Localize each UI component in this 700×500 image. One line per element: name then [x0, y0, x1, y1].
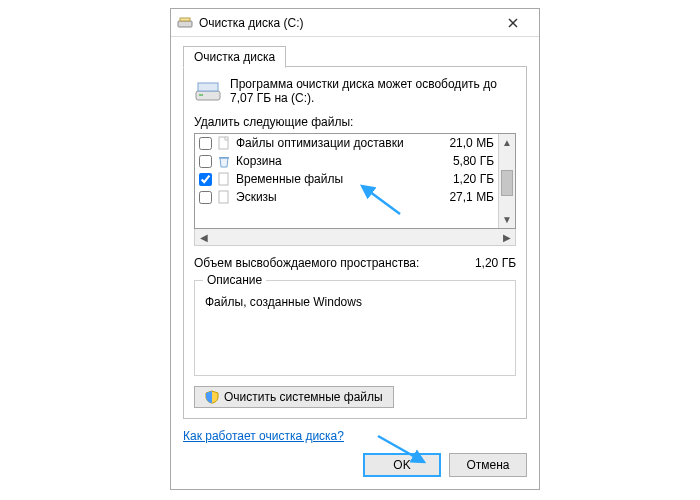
file-icon — [217, 172, 231, 186]
tab-content: Программа очистки диска может освободить… — [183, 67, 527, 419]
info-text: Программа очистки диска может освободить… — [230, 77, 516, 105]
svg-rect-9 — [219, 173, 228, 185]
scroll-left-icon[interactable]: ◀ — [195, 229, 212, 245]
file-size: 5,80 ГБ — [434, 154, 494, 168]
window-title: Очистка диска (C:) — [199, 16, 493, 30]
files-list-inner: Файлы оптимизации доставки 21,0 МБ Корзи… — [195, 134, 498, 228]
file-checkbox[interactable] — [199, 191, 212, 204]
ok-button[interactable]: OK — [363, 453, 441, 477]
svg-rect-6 — [198, 83, 218, 91]
file-icon — [217, 190, 231, 204]
freed-space-label: Объем высвобождаемого пространства: — [194, 256, 446, 270]
file-label: Файлы оптимизации доставки — [236, 136, 429, 150]
file-checkbox[interactable] — [199, 137, 212, 150]
recycle-bin-icon — [217, 154, 231, 168]
svg-rect-5 — [199, 94, 203, 96]
list-item[interactable]: Файлы оптимизации доставки 21,0 МБ — [195, 134, 498, 152]
files-listbox[interactable]: Файлы оптимизации доставки 21,0 МБ Корзи… — [194, 133, 516, 229]
description-legend: Описание — [203, 273, 266, 287]
svg-rect-8 — [219, 157, 229, 159]
close-icon — [508, 18, 518, 28]
scroll-up-icon[interactable]: ▲ — [499, 134, 515, 151]
titlebar: Очистка диска (C:) — [171, 9, 539, 37]
files-section-label: Удалить следующие файлы: — [194, 115, 516, 129]
list-item[interactable]: Корзина 5,80 ГБ — [195, 152, 498, 170]
tab-cleanup[interactable]: Очистка диска — [183, 46, 286, 68]
disk-cleanup-icon — [177, 15, 193, 31]
svg-rect-7 — [219, 137, 228, 149]
description-groupbox: Описание Файлы, созданные Windows — [194, 280, 516, 376]
file-size: 27,1 МБ — [434, 190, 494, 204]
svg-rect-1 — [180, 18, 190, 21]
info-row: Программа очистки диска может освободить… — [194, 77, 516, 105]
svg-rect-10 — [219, 191, 228, 203]
clean-system-files-label: Очистить системные файлы — [224, 390, 383, 404]
clean-system-files-button[interactable]: Очистить системные файлы — [194, 386, 394, 408]
list-item[interactable]: Эскизы 27,1 МБ — [195, 188, 498, 206]
close-button[interactable] — [493, 9, 533, 36]
scroll-down-icon[interactable]: ▼ — [499, 211, 515, 228]
help-link[interactable]: Как работает очистка диска? — [183, 429, 527, 443]
description-text: Файлы, созданные Windows — [205, 295, 505, 365]
svg-rect-0 — [178, 21, 192, 27]
file-label: Корзина — [236, 154, 429, 168]
client-area: Очистка диска Программа очистки диска мо… — [171, 37, 539, 489]
dialog-actions: OK Отмена — [183, 453, 527, 477]
freed-space-row: Объем высвобождаемого пространства: 1,20… — [194, 256, 516, 270]
freed-space-value: 1,20 ГБ — [446, 256, 516, 270]
scroll-thumb[interactable] — [501, 170, 513, 196]
vertical-scrollbar[interactable]: ▲ ▼ — [498, 134, 515, 228]
file-label: Эскизы — [236, 190, 429, 204]
list-item[interactable]: Временные файлы 1,20 ГБ — [195, 170, 498, 188]
uac-shield-icon — [205, 390, 219, 404]
file-label: Временные файлы — [236, 172, 429, 186]
file-checkbox[interactable] — [199, 173, 212, 186]
disk-cleanup-window: Очистка диска (C:) Очистка диска Пр — [170, 8, 540, 490]
scroll-right-icon[interactable]: ▶ — [498, 229, 515, 245]
file-size: 21,0 МБ — [434, 136, 494, 150]
horizontal-scrollbar[interactable]: ◀ ▶ — [194, 229, 516, 246]
file-icon — [217, 136, 231, 150]
file-size: 1,20 ГБ — [434, 172, 494, 186]
cancel-button[interactable]: Отмена — [449, 453, 527, 477]
drive-icon — [194, 77, 222, 105]
file-checkbox[interactable] — [199, 155, 212, 168]
tabstrip: Очистка диска — [183, 45, 527, 67]
